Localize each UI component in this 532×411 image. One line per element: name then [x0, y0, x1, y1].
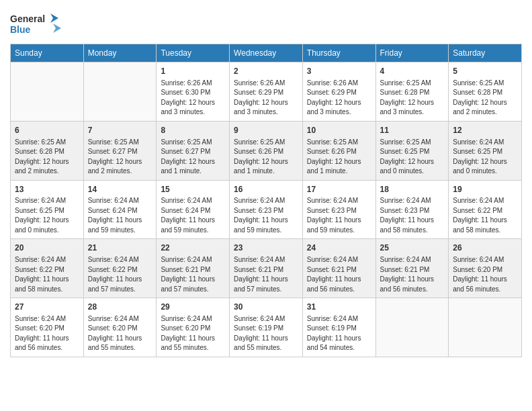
day-info: Sunrise: 6:24 AMSunset: 6:22 PMDaylight:…	[453, 196, 517, 235]
day-number: 18	[380, 184, 445, 195]
day-number: 5	[453, 66, 517, 77]
day-number: 16	[234, 184, 298, 195]
calendar-cell: 20Sunrise: 6:24 AMSunset: 6:22 PMDayligh…	[11, 239, 84, 298]
day-info: Sunrise: 6:25 AMSunset: 6:28 PMDaylight:…	[15, 138, 79, 177]
calendar-cell: 12Sunrise: 6:24 AMSunset: 6:25 PMDayligh…	[449, 121, 522, 180]
calendar-cell: 22Sunrise: 6:24 AMSunset: 6:21 PMDayligh…	[157, 239, 230, 298]
svg-text:General: General	[10, 13, 45, 24]
calendar-cell: 30Sunrise: 6:24 AMSunset: 6:19 PMDayligh…	[230, 298, 303, 357]
day-info: Sunrise: 6:24 AMSunset: 6:25 PMDaylight:…	[15, 196, 79, 235]
calendar-cell: 15Sunrise: 6:24 AMSunset: 6:24 PMDayligh…	[157, 180, 230, 239]
day-number: 17	[307, 184, 371, 195]
header-day-friday: Friday	[375, 44, 449, 62]
day-number: 31	[307, 302, 371, 313]
calendar-cell	[449, 298, 522, 357]
day-info: Sunrise: 6:24 AMSunset: 6:21 PMDaylight:…	[380, 255, 445, 294]
day-number: 30	[234, 302, 298, 313]
day-info: Sunrise: 6:24 AMSunset: 6:20 PMDaylight:…	[453, 255, 517, 294]
header-day-tuesday: Tuesday	[157, 44, 230, 62]
calendar-cell: 23Sunrise: 6:24 AMSunset: 6:21 PMDayligh…	[230, 239, 303, 298]
day-info: Sunrise: 6:25 AMSunset: 6:25 PMDaylight:…	[380, 138, 445, 177]
day-number: 23	[234, 242, 298, 254]
calendar-cell	[375, 298, 449, 357]
calendar-cell: 7Sunrise: 6:25 AMSunset: 6:27 PMDaylight…	[83, 121, 157, 180]
header-day-thursday: Thursday	[302, 44, 375, 62]
day-info: Sunrise: 6:25 AMSunset: 6:28 PMDaylight:…	[453, 79, 517, 118]
calendar-cell	[11, 62, 84, 122]
header-day-monday: Monday	[83, 44, 157, 62]
day-number: 6	[15, 125, 79, 136]
day-info: Sunrise: 6:25 AMSunset: 6:27 PMDaylight:…	[88, 138, 152, 177]
day-number: 10	[307, 125, 371, 136]
day-number: 7	[88, 125, 152, 136]
day-number: 4	[380, 66, 445, 77]
calendar-cell: 31Sunrise: 6:24 AMSunset: 6:19 PMDayligh…	[302, 298, 375, 357]
day-number: 25	[380, 242, 445, 254]
calendar-cell: 28Sunrise: 6:24 AMSunset: 6:20 PMDayligh…	[83, 298, 157, 357]
day-number: 15	[161, 184, 225, 195]
calendar-cell: 26Sunrise: 6:24 AMSunset: 6:20 PMDayligh…	[449, 239, 522, 298]
day-info: Sunrise: 6:24 AMSunset: 6:21 PMDaylight:…	[161, 255, 225, 294]
day-info: Sunrise: 6:24 AMSunset: 6:24 PMDaylight:…	[88, 196, 152, 235]
calendar-cell: 9Sunrise: 6:25 AMSunset: 6:26 PMDaylight…	[230, 121, 303, 180]
calendar-cell: 13Sunrise: 6:24 AMSunset: 6:25 PMDayligh…	[11, 180, 84, 239]
day-info: Sunrise: 6:24 AMSunset: 6:21 PMDaylight:…	[307, 255, 371, 294]
calendar-cell: 3Sunrise: 6:26 AMSunset: 6:29 PMDaylight…	[302, 62, 375, 122]
day-number: 1	[161, 66, 225, 77]
day-info: Sunrise: 6:24 AMSunset: 6:24 PMDaylight:…	[161, 196, 225, 235]
calendar-cell: 25Sunrise: 6:24 AMSunset: 6:21 PMDayligh…	[375, 239, 449, 298]
day-info: Sunrise: 6:24 AMSunset: 6:23 PMDaylight:…	[307, 196, 371, 235]
calendar-cell: 1Sunrise: 6:26 AMSunset: 6:30 PMDaylight…	[157, 62, 230, 122]
day-info: Sunrise: 6:26 AMSunset: 6:30 PMDaylight:…	[161, 79, 225, 118]
svg-marker-3	[53, 24, 61, 33]
calendar-week-2: 6Sunrise: 6:25 AMSunset: 6:28 PMDaylight…	[11, 121, 522, 180]
day-number: 2	[234, 66, 298, 77]
calendar-table: SundayMondayTuesdayWednesdayThursdayFrid…	[10, 44, 522, 357]
calendar-week-5: 27Sunrise: 6:24 AMSunset: 6:20 PMDayligh…	[11, 298, 522, 357]
day-info: Sunrise: 6:24 AMSunset: 6:20 PMDaylight:…	[161, 314, 225, 353]
logo-svg: GeneralBlue	[10, 10, 64, 37]
day-info: Sunrise: 6:24 AMSunset: 6:21 PMDaylight:…	[234, 255, 298, 294]
calendar-week-3: 13Sunrise: 6:24 AMSunset: 6:25 PMDayligh…	[11, 180, 522, 239]
calendar-cell: 6Sunrise: 6:25 AMSunset: 6:28 PMDaylight…	[11, 121, 84, 180]
page-header: GeneralBlue	[10, 10, 522, 37]
calendar-cell: 4Sunrise: 6:25 AMSunset: 6:28 PMDaylight…	[375, 62, 449, 122]
day-number: 8	[161, 125, 225, 136]
calendar-cell	[83, 62, 157, 122]
day-info: Sunrise: 6:25 AMSunset: 6:26 PMDaylight:…	[234, 138, 298, 177]
day-number: 27	[15, 302, 79, 313]
calendar-cell: 19Sunrise: 6:24 AMSunset: 6:22 PMDayligh…	[449, 180, 522, 239]
calendar-cell: 11Sunrise: 6:25 AMSunset: 6:25 PMDayligh…	[375, 121, 449, 180]
day-info: Sunrise: 6:24 AMSunset: 6:22 PMDaylight:…	[88, 255, 152, 294]
calendar-cell: 17Sunrise: 6:24 AMSunset: 6:23 PMDayligh…	[302, 180, 375, 239]
day-number: 22	[161, 242, 225, 254]
day-number: 19	[453, 184, 517, 195]
day-info: Sunrise: 6:24 AMSunset: 6:22 PMDaylight:…	[15, 255, 79, 294]
day-number: 11	[380, 125, 445, 136]
calendar-cell: 10Sunrise: 6:25 AMSunset: 6:26 PMDayligh…	[302, 121, 375, 180]
day-info: Sunrise: 6:25 AMSunset: 6:26 PMDaylight:…	[307, 138, 371, 177]
svg-marker-2	[50, 13, 58, 23]
day-number: 12	[453, 125, 517, 136]
day-info: Sunrise: 6:26 AMSunset: 6:29 PMDaylight:…	[307, 79, 371, 118]
svg-text:Blue: Blue	[10, 24, 31, 35]
header-day-wednesday: Wednesday	[230, 44, 303, 62]
calendar-cell: 14Sunrise: 6:24 AMSunset: 6:24 PMDayligh…	[83, 180, 157, 239]
calendar-cell: 29Sunrise: 6:24 AMSunset: 6:20 PMDayligh…	[157, 298, 230, 357]
day-info: Sunrise: 6:24 AMSunset: 6:19 PMDaylight:…	[234, 314, 298, 353]
day-info: Sunrise: 6:24 AMSunset: 6:23 PMDaylight:…	[234, 196, 298, 235]
day-info: Sunrise: 6:25 AMSunset: 6:27 PMDaylight:…	[161, 138, 225, 177]
calendar-cell: 16Sunrise: 6:24 AMSunset: 6:23 PMDayligh…	[230, 180, 303, 239]
day-info: Sunrise: 6:24 AMSunset: 6:25 PMDaylight:…	[453, 138, 517, 177]
day-info: Sunrise: 6:24 AMSunset: 6:20 PMDaylight:…	[15, 314, 79, 353]
calendar-cell: 27Sunrise: 6:24 AMSunset: 6:20 PMDayligh…	[11, 298, 84, 357]
day-number: 13	[15, 184, 79, 195]
day-number: 26	[453, 242, 517, 254]
day-number: 21	[88, 242, 152, 254]
day-info: Sunrise: 6:24 AMSunset: 6:23 PMDaylight:…	[380, 196, 445, 235]
header-row: SundayMondayTuesdayWednesdayThursdayFrid…	[11, 44, 522, 62]
calendar-cell: 2Sunrise: 6:26 AMSunset: 6:29 PMDaylight…	[230, 62, 303, 122]
calendar-cell: 5Sunrise: 6:25 AMSunset: 6:28 PMDaylight…	[449, 62, 522, 122]
day-number: 24	[307, 242, 371, 254]
day-number: 28	[88, 302, 152, 313]
